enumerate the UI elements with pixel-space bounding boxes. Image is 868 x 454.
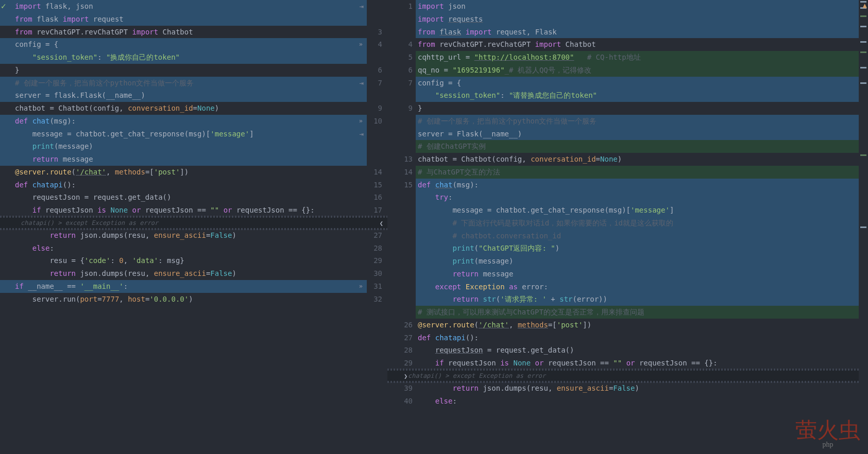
- code-line[interactable]: # 下面这行代码是获取对话id，如果你需要的话，id就是这么获取的: [387, 217, 868, 230]
- line-number: 1: [387, 0, 416, 13]
- code-content: config = {: [416, 77, 868, 90]
- code-content: chatbot = Chatbot(config, conversation_i…: [13, 102, 367, 115]
- code-line[interactable]: "session_token": "换成你自己的token": [0, 51, 387, 64]
- code-content: from revChatGPT.revChatGPT import Chatbo…: [13, 26, 367, 39]
- code-line[interactable]: }6: [0, 64, 387, 77]
- code-line[interactable]: import requests: [387, 13, 868, 26]
- line-number: [387, 89, 416, 102]
- code-content: def chat(msg):: [416, 179, 868, 191]
- line-number: [367, 89, 387, 102]
- gutter-marker: [0, 102, 13, 115]
- diff-view: ✓ import flask, json⇥from flask import r…: [0, 0, 868, 454]
- code-line[interactable]: print(message): [387, 255, 868, 268]
- code-line[interactable]: config = {»4: [0, 38, 387, 51]
- code-line[interactable]: except Exception as error:: [387, 281, 868, 293]
- expand-right-icon[interactable]: ❯: [403, 372, 409, 381]
- code-line[interactable]: 1import json: [387, 0, 868, 13]
- right-pane[interactable]: ▲ 1import jsonimport requestsfrom flask …: [387, 0, 868, 454]
- code-line[interactable]: resu = {'code': 0, 'data': msg}29: [0, 254, 387, 267]
- code-content: from flask import request: [13, 13, 367, 26]
- code-line[interactable]: # 创建一个服务，把当前这个python文件当做一个服务: [387, 115, 868, 128]
- code-line[interactable]: 15def chat(msg):: [387, 179, 868, 191]
- gutter-marker: [0, 229, 13, 242]
- insert-icon[interactable]: »: [359, 38, 364, 51]
- line-number: 9: [387, 102, 416, 115]
- code-line[interactable]: if requestJson is None or requestJson ==…: [0, 204, 387, 217]
- line-number: 29: [367, 254, 387, 267]
- code-line[interactable]: def chat(msg):»10: [0, 115, 387, 128]
- fold-bar[interactable]: chatapi() > except Exception as error❯: [387, 370, 868, 382]
- line-number: [387, 293, 416, 306]
- expand-left-icon[interactable]: ❮: [379, 219, 384, 228]
- code-content: }: [13, 64, 367, 77]
- minimap[interactable]: [859, 0, 868, 454]
- line-number: 30: [367, 267, 387, 280]
- code-line[interactable]: return json.dumps(resu, ensure_ascii=Fal…: [0, 267, 387, 280]
- code-content: print("ChatGPT返回内容: "): [416, 242, 868, 255]
- code-line[interactable]: return json.dumps(resu, ensure_ascii=Fal…: [0, 229, 387, 242]
- fold-bar[interactable]: chatapi() > except Exception as error❮: [0, 217, 387, 229]
- code-line[interactable]: from flask import request: [0, 13, 387, 26]
- code-line[interactable]: server = flask.Flask(__name__): [0, 89, 387, 102]
- code-line[interactable]: # 创建一个服务，把当前这个python文件当做一个服务⇥7: [0, 77, 387, 90]
- insert-icon[interactable]: »: [359, 280, 364, 293]
- code-line[interactable]: 14# 与ChatGPT交互的方法: [387, 166, 868, 179]
- code-line[interactable]: else:28: [0, 242, 387, 255]
- code-content: "session_token": "请替换成您自己的token": [416, 89, 868, 102]
- code-content: else:: [13, 242, 367, 255]
- code-content: cqhttp_url = "http://localhost:8700" # C…: [416, 51, 868, 64]
- code-line[interactable]: 39 return json.dumps(resu, ensure_ascii=…: [387, 382, 868, 395]
- code-line[interactable]: 7config = {: [387, 77, 868, 90]
- code-line[interactable]: return message: [387, 268, 868, 281]
- code-line[interactable]: if __name__ == '__main__':»31: [0, 280, 387, 293]
- code-line[interactable]: 9}: [387, 102, 868, 115]
- line-number: 40: [387, 395, 416, 408]
- code-line[interactable]: import flask, json⇥: [0, 0, 387, 13]
- code-line[interactable]: message = chatbot.get_chat_response(msg)…: [0, 128, 387, 141]
- code-line[interactable]: @server.route('/chat', methods=['post'])…: [0, 166, 387, 179]
- code-content: # 与ChatGPT交互的方法: [416, 166, 868, 179]
- code-line[interactable]: # 创建ChatGPT实例: [387, 140, 868, 153]
- code-line[interactable]: 26@server.route('/chat', methods=['post'…: [387, 319, 868, 331]
- accept-icon[interactable]: ⇥: [360, 77, 364, 90]
- accept-icon[interactable]: ⇥: [360, 128, 364, 141]
- code-content: return json.dumps(resu, ensure_ascii=Fal…: [13, 229, 367, 242]
- code-line[interactable]: 28 requestJson = request.get_data(): [387, 344, 868, 357]
- code-line[interactable]: 40 else:: [387, 395, 868, 408]
- code-line[interactable]: message = chatbot.get_chat_response(msg)…: [387, 204, 868, 217]
- code-line[interactable]: 13chatbot = Chatbot(config, conversation…: [387, 153, 868, 166]
- gutter-marker: [0, 242, 13, 255]
- code-content: requestJson = request.get_data(): [416, 344, 868, 357]
- code-line[interactable]: return message: [0, 153, 387, 166]
- code-line[interactable]: # chatbot.conversation_id: [387, 230, 868, 242]
- code-line[interactable]: chatbot = Chatbot(config, conversation_i…: [0, 102, 387, 115]
- code-content: server = flask.Flask(__name__): [13, 89, 367, 102]
- code-line[interactable]: 27def chatapi():: [387, 331, 868, 344]
- insert-icon[interactable]: »: [359, 115, 364, 128]
- code-content: message = chatbot.get_chat_response(msg)…: [13, 128, 367, 141]
- code-line[interactable]: print(message): [0, 140, 387, 153]
- code-line[interactable]: try:: [387, 191, 868, 204]
- line-number: 27: [387, 331, 416, 344]
- code-line[interactable]: server = Flask(__name__): [387, 128, 868, 141]
- code-line[interactable]: def chatapi():15: [0, 179, 387, 191]
- code-line[interactable]: from flask import request, Flask: [387, 26, 868, 39]
- code-line[interactable]: # 测试接口，可以用来测试与ChatGPT的交互是否正常，用来排查问题: [387, 306, 868, 319]
- code-content: requestJson = request.get_data(): [13, 191, 367, 204]
- code-line[interactable]: "session_token": "请替换成您自己的token": [387, 89, 868, 102]
- left-pane[interactable]: ✓ import flask, json⇥from flask import r…: [0, 0, 387, 454]
- accept-icon[interactable]: ⇥: [360, 0, 364, 13]
- code-line[interactable]: 6qq_no = "1695219196"_# 机器人QQ号，记得修改: [387, 64, 868, 77]
- code-content: print(message): [13, 140, 367, 153]
- code-line[interactable]: 4from revChatGPT.revChatGPT import Chatb…: [387, 38, 868, 51]
- code-line[interactable]: requestJson = request.get_data()16: [0, 191, 387, 204]
- code-line[interactable]: print("ChatGPT返回内容: "): [387, 242, 868, 255]
- code-line[interactable]: server.run(port=7777, host='0.0.0.0')32: [0, 293, 387, 306]
- line-number: [387, 115, 416, 128]
- code-line[interactable]: return str('请求异常: ' + str(error)): [387, 293, 868, 306]
- line-number: [387, 268, 416, 281]
- code-line[interactable]: 29 if requestJson is None or requestJson…: [387, 357, 868, 370]
- code-line[interactable]: 5cqhttp_url = "http://localhost:8700" # …: [387, 51, 868, 64]
- code-line[interactable]: from revChatGPT.revChatGPT import Chatbo…: [0, 26, 387, 39]
- line-number: 13: [387, 153, 416, 166]
